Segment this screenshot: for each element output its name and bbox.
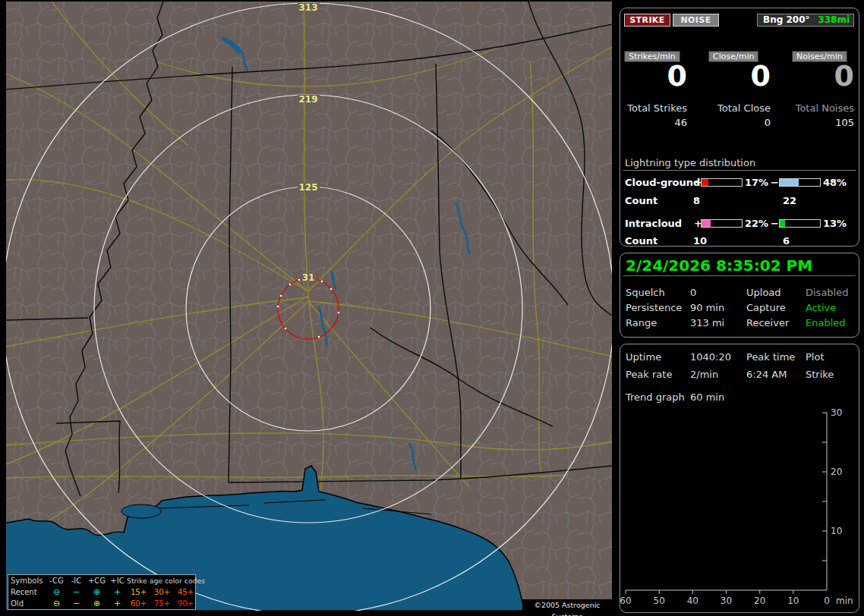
circle-minus-icon: ⊖ (46, 599, 67, 608)
upload-status: Disabled (806, 287, 848, 298)
peak-time-label: Peak time (746, 351, 795, 363)
x-axis-unit: min (836, 596, 853, 606)
symbols-legend: Symbols -CG -IC +CG +IC Strike age color… (8, 574, 196, 610)
ring-label-313: 313 (298, 2, 317, 13)
total-strikes-value: 46 (620, 117, 687, 128)
legend-col-pic: +IC (108, 577, 127, 585)
ic-negative-count: 6 (783, 235, 790, 247)
receiver-label: Receiver (746, 317, 789, 328)
x-tick-0: 0 (824, 596, 830, 606)
bearing-label: Bng 200° (758, 14, 810, 25)
trend-chart: 30 20 10 60 50 40 30 20 10 0 min (620, 409, 859, 608)
circle-minus-icon: ⊖ (46, 588, 67, 596)
plot-mode-value: Strike (806, 369, 834, 380)
copyright-text: ©2005 Astrogenic Systems (522, 599, 612, 611)
peak-rate-label: Peak rate (626, 369, 672, 380)
range-value: 313 mi (690, 317, 724, 328)
intracloud-label: Intracloud (625, 218, 682, 229)
distribution-divider (623, 170, 856, 171)
cg-count-label: Count (625, 195, 657, 206)
total-noises-label: Total Noises (787, 102, 854, 114)
y-tick-20: 20 (831, 467, 842, 477)
receiver-status: Enabled (806, 317, 846, 328)
x-tick-40: 40 (687, 596, 698, 606)
bearing-readout: Bng 200° 338mi (757, 14, 854, 27)
total-strikes-label: Total Strikes (620, 102, 687, 114)
cg-negative-count: 22 (783, 195, 796, 206)
age-45: 45+ (174, 588, 197, 596)
total-close-value: 0 (704, 117, 771, 128)
ic-count-label: Count (625, 235, 657, 247)
cg-positive-pct: 17% (745, 177, 768, 188)
x-tick-30: 30 (721, 596, 732, 606)
age-15: 15+ (127, 588, 150, 596)
total-noises-value: 105 (787, 117, 854, 128)
ring-label-31: 31 (302, 272, 315, 283)
peak-rate-value: 2/min (690, 369, 718, 380)
cg-negative-bar (779, 178, 821, 187)
y-tick-30: 30 (831, 409, 842, 418)
close-rate-value: 0 (704, 61, 771, 90)
cg-positive-count: 8 (693, 195, 700, 206)
minus-icon: − (67, 599, 86, 608)
cloud-ground-label: Cloud-ground (625, 177, 700, 188)
legend-col-nic: -IC (67, 577, 86, 585)
y-tick-10: 10 (831, 526, 842, 536)
trend-graph-window: 60 min (690, 391, 724, 403)
ic-positive-count: 10 (693, 235, 707, 247)
trend-graph-label: Trend graph (626, 391, 685, 403)
app-window: { "app": { "copyright": "©2005 Astrogeni… (0, 0, 864, 616)
noises-rate-value: 0 (787, 61, 854, 90)
cg-negative-pct: 48% (823, 177, 847, 188)
cg-positive-bar (701, 178, 743, 187)
age-30: 30+ (150, 588, 174, 596)
trend-panel: Uptime 1040:20 Peak time Plot Peak rate … (620, 344, 859, 613)
age-60: 60+ (127, 599, 150, 608)
strike-toggle-button[interactable]: STRIKE (624, 14, 670, 27)
noise-toggle-button[interactable]: NOISE (673, 14, 719, 27)
status-panel: 2/24/2026 8:35:02 PM Squelch 0 Upload Di… (620, 253, 859, 338)
chart-axes (626, 413, 827, 594)
ic-negative-bar (779, 219, 821, 228)
minus-icon: − (67, 588, 86, 596)
x-tick-20: 20 (754, 596, 765, 606)
total-close-label: Total Close (704, 102, 771, 114)
circle-plus-icon: ⊕ (86, 588, 108, 596)
legend-age-header: Strike age color codes (127, 577, 197, 585)
plot-label: Plot (806, 351, 825, 363)
minus-sign: − (771, 177, 779, 188)
persistence-label: Persistence (626, 302, 682, 313)
lightning-map[interactable]: 313 219 125 31 (6, 2, 612, 611)
x-tick-60: 60 (620, 596, 632, 606)
minus-sign: − (771, 218, 779, 229)
ic-negative-pct: 13% (823, 218, 847, 229)
upload-label: Upload (746, 287, 781, 298)
legend-symbols-header: Symbols (11, 577, 46, 585)
legend-col-ncg: -CG (46, 577, 67, 585)
ic-positive-pct: 22% (745, 218, 768, 229)
counters-panel: STRIKE NOISE Bng 200° 338mi Strikes/min … (620, 8, 859, 247)
circle-plus-icon: ⊕ (86, 599, 108, 608)
squelch-value: 0 (690, 287, 696, 298)
peak-time-value: 6:24 AM (746, 369, 787, 380)
datetime-display: 2/24/2026 8:35:02 PM (626, 256, 812, 275)
ic-positive-bar (701, 219, 743, 228)
plus-icon: + (108, 588, 127, 596)
legend-col-pcg: +CG (86, 577, 108, 585)
ring-label-125: 125 (298, 182, 317, 193)
age-90: 90+ (174, 599, 197, 608)
legend-old-label: Old (11, 599, 46, 608)
capture-status: Active (806, 302, 836, 313)
plus-icon: + (108, 599, 127, 608)
capture-label: Capture (746, 302, 786, 313)
bearing-distance: 338mi (818, 14, 850, 26)
uptime-value: 1040:20 (690, 351, 731, 363)
uptime-label: Uptime (626, 351, 661, 363)
legend-recent-label: Recent (11, 588, 46, 596)
x-tick-10: 10 (787, 596, 799, 606)
map-canvas: 313 219 125 31 (6, 2, 612, 611)
squelch-label: Squelch (626, 287, 665, 298)
x-tick-50: 50 (654, 596, 665, 606)
chart-tick-labels: 30 20 10 60 50 40 30 20 10 0 min (620, 409, 853, 606)
status-divider (623, 275, 856, 276)
